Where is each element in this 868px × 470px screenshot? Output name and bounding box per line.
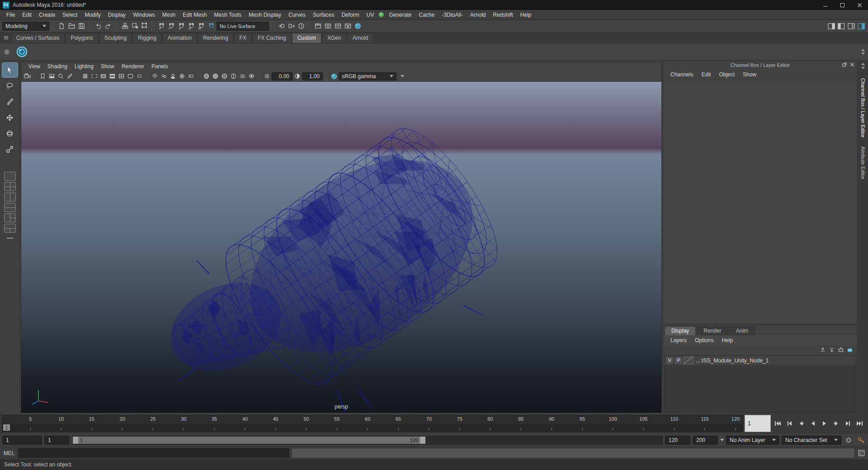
shelf-tab-fx-caching[interactable]: FX Caching: [252, 33, 292, 43]
move-layer-up-icon[interactable]: [819, 346, 826, 353]
command-line-language-toggle[interactable]: MEL: [2, 450, 16, 456]
grease-pencil-icon[interactable]: [66, 72, 74, 80]
menu-item[interactable]: Generate: [385, 11, 415, 19]
range-start-handle[interactable]: [73, 437, 78, 444]
safe-title-icon[interactable]: [135, 72, 144, 80]
shelf-scroll-down-icon[interactable]: [861, 52, 865, 55]
viewport-menu-item[interactable]: View: [25, 63, 44, 70]
menu-item[interactable]: Modify: [81, 11, 104, 19]
step-back-frame-button[interactable]: [784, 418, 795, 429]
image-plane-icon[interactable]: [47, 72, 56, 80]
character-set-select[interactable]: No Character Set: [782, 436, 841, 445]
render-view-icon[interactable]: [313, 22, 322, 31]
channel-box-layer-editor-tab[interactable]: Channel Box / Layer Editor: [860, 74, 866, 142]
view-transform-select[interactable]: sRGB gamma: [339, 72, 396, 80]
shelf-tab-polygons[interactable]: Polygons: [65, 33, 98, 43]
select-object-icon[interactable]: [130, 22, 139, 31]
shelf-tab-rendering[interactable]: Rendering: [198, 33, 233, 43]
menu-item[interactable]: Create: [35, 11, 59, 19]
menu-set-selector[interactable]: Modeling: [2, 22, 49, 31]
menu-item[interactable]: Redshift: [490, 11, 517, 19]
grid-icon[interactable]: [81, 72, 90, 80]
shelf-options-gear-icon[interactable]: [2, 47, 11, 56]
wireframe-display-icon[interactable]: [202, 72, 211, 80]
menu-item[interactable]: Mesh Display: [245, 11, 285, 19]
menu-item[interactable]: -3DtoAll-: [438, 11, 467, 19]
toggle-viewport-renderer-icon[interactable]: [353, 22, 362, 31]
layer-playback-toggle[interactable]: P: [675, 357, 683, 364]
current-frame-marker[interactable]: 1: [3, 424, 10, 431]
new-scene-icon[interactable]: [57, 22, 66, 31]
shelf-tab-sculpting[interactable]: Sculpting: [99, 33, 132, 43]
playback-end-field[interactable]: 120: [665, 436, 690, 445]
custom-shelf-item-icon[interactable]: [15, 45, 28, 59]
new-empty-layer-icon[interactable]: [837, 346, 844, 353]
menu-item[interactable]: Mesh: [159, 11, 179, 19]
snap-to-point-icon[interactable]: [177, 22, 186, 31]
menu-item[interactable]: Mesh Tools: [211, 11, 245, 19]
anim-layer-select[interactable]: No Anim Layer: [726, 436, 779, 445]
animation-start-field[interactable]: 1: [2, 436, 42, 445]
channels-menu[interactable]: Channels: [667, 70, 697, 79]
render-settings-icon[interactable]: [343, 22, 352, 31]
select-hierarchy-icon[interactable]: [120, 22, 129, 31]
live-surface-field[interactable]: No Live Surface: [217, 22, 269, 31]
textured-display-icon[interactable]: [220, 72, 229, 80]
render-current-frame-icon[interactable]: [323, 22, 332, 31]
group-separator[interactable]: [52, 22, 55, 31]
current-frame-field[interactable]: 1: [745, 415, 771, 432]
menu-item[interactable]: Curves: [285, 11, 309, 19]
toolbox-overflow-handle[interactable]: [7, 238, 13, 239]
group-separator[interactable]: [308, 22, 311, 31]
time-slider-ruler[interactable]: 5101520253035404550556065707580859095100…: [2, 415, 743, 432]
help-menu[interactable]: Help: [718, 336, 736, 344]
move-tool-button[interactable]: [2, 110, 18, 125]
resolution-gate-icon[interactable]: [99, 72, 108, 80]
menu-item[interactable]: Display: [104, 11, 129, 19]
layout-single-pane-button[interactable]: [4, 172, 16, 181]
attribute-editor-tab[interactable]: Attribute Editor: [860, 142, 866, 184]
green-dot-menu-icon[interactable]: [379, 12, 384, 17]
menu-item[interactable]: Surfaces: [309, 11, 338, 19]
group-separator[interactable]: [271, 22, 274, 31]
shelf-tab-arnold[interactable]: Arnold: [347, 33, 374, 43]
playback-range-bar[interactable]: 1 120: [73, 437, 425, 444]
shelf-tab-fx[interactable]: FX: [234, 33, 252, 43]
group-separator[interactable]: [88, 22, 91, 31]
layer-tab-render[interactable]: Render: [697, 326, 728, 335]
viewport-menu-item[interactable]: Lighting: [71, 63, 97, 70]
use-default-lighting-icon[interactable]: [151, 72, 159, 80]
redo-icon[interactable]: [104, 22, 113, 31]
range-slider-track[interactable]: 1 120: [72, 436, 663, 445]
film-gate-icon[interactable]: [90, 72, 99, 80]
group-separator[interactable]: [151, 22, 155, 31]
select-component-icon[interactable]: [140, 22, 149, 31]
layout-three-pane-split-button[interactable]: [4, 213, 16, 222]
go-to-start-button[interactable]: [772, 418, 783, 429]
chevron-down-icon[interactable]: [720, 439, 724, 441]
construction-history-icon[interactable]: [297, 22, 306, 31]
maximize-button[interactable]: [834, 0, 851, 10]
smooth-shade-icon[interactable]: [211, 72, 220, 80]
shelf-tab-animation[interactable]: Animation: [162, 33, 197, 43]
auto-keyframe-icon[interactable]: [856, 435, 866, 445]
viewport-menu-item[interactable]: Renderer: [118, 63, 148, 70]
layer-color-swatch[interactable]: [684, 357, 693, 364]
scale-tool-button[interactable]: [2, 142, 18, 156]
use-default-material-icon[interactable]: [229, 72, 238, 80]
new-layer-from-selected-icon[interactable]: [846, 346, 854, 353]
save-scene-icon[interactable]: [77, 22, 86, 31]
step-forward-frame-button[interactable]: [843, 418, 854, 429]
input-connections-icon[interactable]: [277, 22, 286, 31]
menu-item[interactable]: Cache: [415, 11, 438, 19]
playback-start-field[interactable]: 1: [44, 436, 70, 445]
close-button[interactable]: [851, 0, 868, 10]
command-line-input[interactable]: [18, 448, 289, 458]
menu-item[interactable]: Help: [517, 11, 535, 19]
shelf-tab-menu-icon[interactable]: [1, 33, 10, 42]
contrast-icon[interactable]: [293, 72, 302, 80]
wireframe-model[interactable]: [21, 82, 661, 413]
exposure-field[interactable]: 0.00: [272, 72, 292, 80]
layout-two-pane-side-button[interactable]: [4, 193, 16, 202]
exposure-icon[interactable]: [263, 72, 271, 80]
